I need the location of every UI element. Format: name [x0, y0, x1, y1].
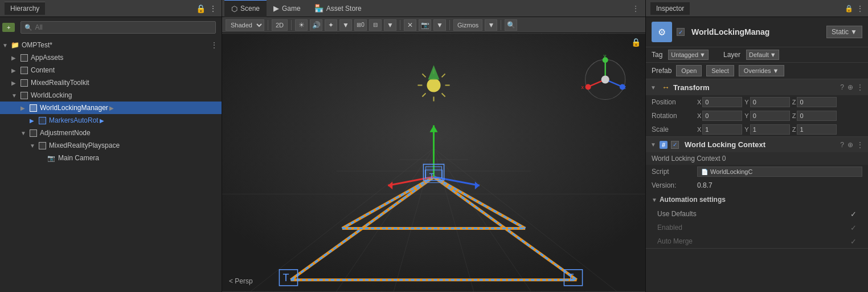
shading-select[interactable]: Shaded	[226, 19, 264, 31]
rot-x-field[interactable]: 0	[702, 111, 742, 121]
grid-btn3[interactable]: ▼	[384, 19, 396, 31]
audio-toggle[interactable]: 🔊	[310, 19, 322, 31]
inspector-tab[interactable]: Inspector	[650, 2, 690, 15]
arrow-mixedreality: ▶	[11, 80, 19, 86]
scale-y-field[interactable]: 1	[750, 124, 790, 135]
2d-button[interactable]: 2D	[272, 19, 288, 31]
object-name: WorldLockingManag	[691, 27, 822, 36]
add-button[interactable]: +	[2, 23, 15, 32]
inspector-tab-bar: Inspector 🔒 ⋮	[646, 0, 868, 17]
tree-item-omptest[interactable]: ▼ 📁 OMPTest* ⋮	[0, 39, 222, 51]
scale-x-field[interactable]: 1	[702, 124, 742, 135]
grid-toggle[interactable]: ⊞0	[354, 19, 367, 31]
lock-icon[interactable]: 🔒	[196, 4, 206, 13]
tag-dropdown[interactable]: Untagged ▼	[668, 50, 709, 60]
light-toggle[interactable]: ☀	[295, 19, 308, 31]
script-name: WorldLockingC	[710, 168, 752, 175]
tree-item-worldlocking[interactable]: ▼ WorldLocking	[0, 89, 222, 102]
tab-game[interactable]: ▶ Game	[267, 0, 308, 17]
search-input[interactable]	[35, 23, 212, 31]
object-icon: ⚙	[652, 22, 672, 42]
tree-item-maincamera[interactable]: ▶ 📷 Main Camera	[0, 152, 222, 164]
cube-icon-mixedreality	[19, 78, 28, 87]
enabled-checkbox[interactable]: ✓	[850, 224, 857, 232]
hierarchy-tab[interactable]: Hierarchy	[5, 2, 45, 15]
gizmos-dropdown[interactable]: ▼	[485, 19, 497, 31]
scale-z-field[interactable]: 1	[797, 124, 837, 135]
fx-toggle[interactable]: ✦	[325, 19, 337, 31]
search-scene-btn[interactable]: 🔍	[505, 19, 517, 31]
tree-label-appassets: AppAssets	[31, 54, 63, 62]
tree-item-mixedrealityplayspace[interactable]: ▼ MixedRealityPlayspace	[0, 139, 222, 152]
tab-assetstore[interactable]: 🏪 Asset Store	[308, 0, 369, 17]
svg-point-51	[586, 84, 591, 90]
use-defaults-label: Use Defaults	[657, 210, 850, 218]
scene-lock-icon[interactable]: 🔒	[631, 38, 641, 47]
tree-item-worldlockingmanager[interactable]: ▶ WorldLockingManager ▶	[0, 102, 222, 114]
transform-help-icon[interactable]: ?	[840, 83, 844, 91]
skybox-toggle[interactable]: ▼	[339, 19, 352, 31]
gizmos-button[interactable]: Gizmos	[453, 19, 482, 31]
auto-merge-row: Auto Merge ✓	[646, 234, 868, 248]
layer-dropdown[interactable]: Default ▼	[746, 50, 779, 60]
enabled-row: Enabled ✓	[646, 221, 868, 234]
wlc-enable-checkbox[interactable]: ✓	[671, 141, 679, 149]
hierarchy-panel: Hierarchy 🔒 ⋮ + 🔍 ▼ 📁 OMPTest* ⋮ ▶ AppAs…	[0, 0, 222, 292]
scene-tab-label: Scene	[240, 5, 260, 13]
use-defaults-checkbox[interactable]: ✓	[850, 210, 857, 218]
tab-scene[interactable]: ⬡ Scene	[224, 0, 267, 17]
wlc-help-icon[interactable]: ?	[840, 141, 844, 149]
tree-item-mixedreality[interactable]: ▶ MixedRealityToolkit	[0, 76, 222, 89]
transform-header[interactable]: ▼ ↔ Transform ? ⊕ ⋮	[646, 79, 868, 95]
pos-y-field[interactable]: 0	[750, 97, 790, 107]
tree-item-markersautorot[interactable]: ▶ MarkersAutoRot ▶	[0, 114, 222, 127]
tree-item-adjustmentnode[interactable]: ▼ AdjustmentNode	[0, 127, 222, 139]
rot-y-field[interactable]: 0	[750, 111, 790, 121]
tree-label-maincamera: Main Camera	[58, 154, 99, 162]
more-options-omptest[interactable]: ⋮	[210, 40, 218, 50]
more-icon[interactable]: ⋮	[209, 4, 217, 13]
inspector-panel: Inspector 🔒 ⋮ ⚙ ✓ WorldLockingManag Stat…	[646, 0, 868, 292]
camera-btn2[interactable]: ▼	[433, 19, 446, 31]
center-panel-more[interactable]: ⋮	[632, 4, 643, 13]
hierarchy-content: ▼ 📁 OMPTest* ⋮ ▶ AppAssets ▶ Content ▶ M…	[0, 38, 222, 292]
transform-section: ▼ ↔ Transform ? ⊕ ⋮ Position X 0 Y 0 Z 0	[646, 79, 868, 137]
tree-item-appassets[interactable]: ▶ AppAssets	[0, 51, 222, 64]
search-bar[interactable]: 🔍	[21, 21, 216, 34]
wlc-more-icon[interactable]: ⋮	[857, 141, 863, 149]
enable-checkbox[interactable]: ✓	[677, 28, 685, 36]
open-button[interactable]: Open	[676, 65, 702, 76]
svg-text:T: T	[567, 272, 574, 283]
svg-text:T: T	[429, 172, 434, 181]
rot-z-field[interactable]: 0	[797, 111, 837, 121]
static-button[interactable]: Static ▼	[826, 26, 862, 38]
grid-btn2[interactable]: ⊟	[369, 19, 382, 31]
select-button[interactable]: Select	[706, 65, 734, 76]
tree-item-content[interactable]: ▶ Content	[0, 64, 222, 76]
camera-tool[interactable]: 📷	[419, 19, 431, 31]
wlc-snap-icon[interactable]: ⊕	[847, 141, 853, 149]
scene-viewport[interactable]: T T T	[222, 33, 645, 292]
transform-more-icon[interactable]: ⋮	[857, 83, 863, 91]
pos-z-field[interactable]: 0	[797, 97, 837, 107]
wlc-hash-icon: #	[660, 141, 668, 149]
script-value[interactable]: 📄 WorldLockingC	[697, 167, 862, 177]
cube-icon-appassets	[19, 53, 28, 62]
camera-icon-maincamera: 📷	[47, 153, 56, 163]
transform-actions: ? ⊕ ⋮	[840, 83, 863, 91]
arrow-omptest: ▼	[2, 42, 10, 48]
pos-x-field[interactable]: 0	[702, 97, 742, 107]
assetstore-tab-label: Asset Store	[326, 5, 362, 13]
transform-snap-icon[interactable]: ⊕	[847, 83, 853, 91]
overrides-button[interactable]: Overrides ▼	[739, 65, 784, 76]
cube-icon-worldlocking	[19, 91, 28, 100]
auto-merge-checkbox[interactable]: ✓	[850, 237, 857, 246]
arrow-worldlockingmanager: ▶	[21, 105, 28, 111]
inspector-more-icon[interactable]: ⋮	[857, 5, 863, 13]
position-label: Position	[652, 98, 697, 106]
inspector-lock-icon[interactable]: 🔒	[845, 5, 853, 13]
svg-point-36	[427, 78, 440, 92]
transform-tool[interactable]: ✕	[404, 19, 416, 31]
wlc-header[interactable]: ▼ # ✓ World Locking Context ? ⊕ ⋮	[646, 137, 868, 152]
automation-header[interactable]: ▼ Automation settings	[646, 192, 868, 207]
